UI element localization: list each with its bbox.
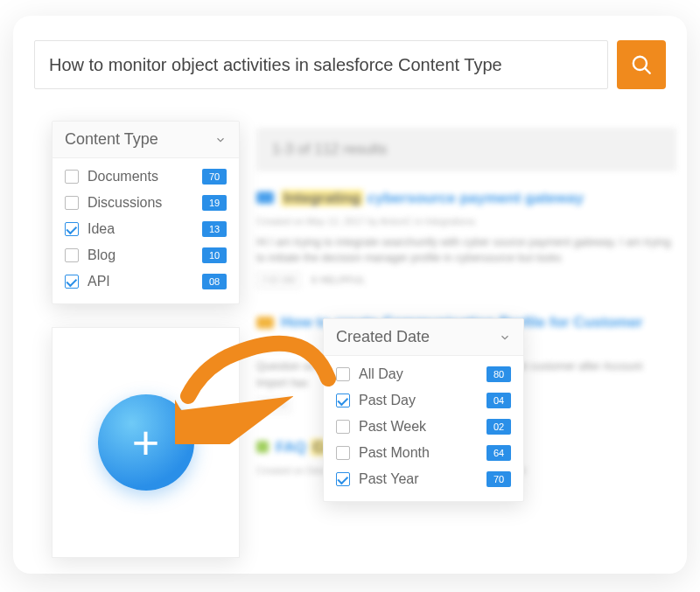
search-row (34, 40, 666, 89)
checkbox-icon (336, 446, 350, 460)
content-type-option[interactable]: Documents70 (63, 164, 228, 190)
facet-created-date: Created Date All Day80Past Day04Past Wee… (323, 318, 524, 502)
search-button[interactable] (617, 40, 666, 89)
facet-option-label: Past Month (359, 445, 478, 461)
created-date-option[interactable]: Past Week02 (334, 414, 513, 440)
facet-option-count: 02 (486, 419, 511, 435)
facet-option-count: 19 (202, 195, 227, 211)
add-button[interactable]: + (98, 394, 194, 491)
facet-option-count: 10 (202, 247, 227, 263)
checkbox-icon (65, 248, 79, 262)
facet-header[interactable]: Content Type (52, 122, 239, 158)
search-input[interactable] (34, 40, 608, 89)
facet-option-count: 08 (202, 274, 227, 289)
chevron-down-icon (214, 134, 227, 146)
created-date-option[interactable]: Past Year70 (334, 466, 513, 492)
facet-option-label: Idea (88, 221, 193, 237)
facet-option-count: 70 (202, 169, 227, 185)
facet-option-count: 70 (486, 471, 511, 487)
checkbox-icon (336, 472, 350, 486)
checkbox-icon (65, 222, 79, 236)
content-type-option[interactable]: API08 (63, 268, 228, 295)
facet-option-label: API (88, 274, 193, 289)
facet-title: Content Type (65, 130, 158, 149)
facet-option-count: 80 (486, 366, 511, 382)
created-date-option[interactable]: Past Day04 (334, 387, 513, 414)
facet-header[interactable]: Created Date (324, 319, 523, 356)
search-icon (630, 53, 653, 76)
checkbox-icon (65, 275, 79, 289)
checkbox-icon (336, 394, 350, 407)
facet-option-label: Blog (88, 247, 193, 263)
facet-option-count: 04 (486, 393, 511, 408)
facet-option-label: All Day (359, 366, 478, 382)
facet-option-label: Past Week (359, 419, 478, 435)
facet-body: Documents70Discussions19Idea13Blog10API0… (52, 158, 239, 303)
facet-content-type: Content Type Documents70Discussions19Ide… (52, 121, 240, 304)
add-widget-panel: + (52, 327, 240, 558)
plus-icon: + (132, 415, 160, 470)
facet-body: All Day80Past Day04Past Week02Past Month… (324, 356, 523, 501)
chevron-down-icon (499, 331, 511, 344)
created-date-option[interactable]: Past Month64 (334, 440, 513, 466)
checkbox-icon (336, 420, 350, 434)
checkbox-icon (65, 196, 79, 210)
content-type-option[interactable]: Discussions19 (63, 190, 228, 216)
content-type-option[interactable]: Blog10 (63, 242, 228, 268)
facet-option-count: 64 (486, 445, 511, 461)
checkbox-icon (336, 367, 350, 381)
results-summary: 1-3 of 112 results (256, 128, 676, 171)
facet-option-label: Discussions (88, 195, 193, 211)
facet-title: Created Date (336, 328, 430, 346)
facet-option-count: 13 (202, 221, 227, 237)
checkbox-icon (65, 170, 79, 184)
facet-option-label: Past Year (359, 471, 478, 487)
created-date-option[interactable]: All Day80 (334, 361, 513, 387)
svg-line-1 (645, 68, 650, 73)
app-card: 1-3 of 112 results Integrating cybersour… (13, 16, 687, 574)
content-type-option[interactable]: Idea13 (63, 216, 228, 242)
facet-option-label: Past Day (359, 393, 478, 408)
facet-option-label: Documents (88, 169, 193, 185)
result-item: Integrating cybersource payment gateway … (256, 187, 676, 289)
